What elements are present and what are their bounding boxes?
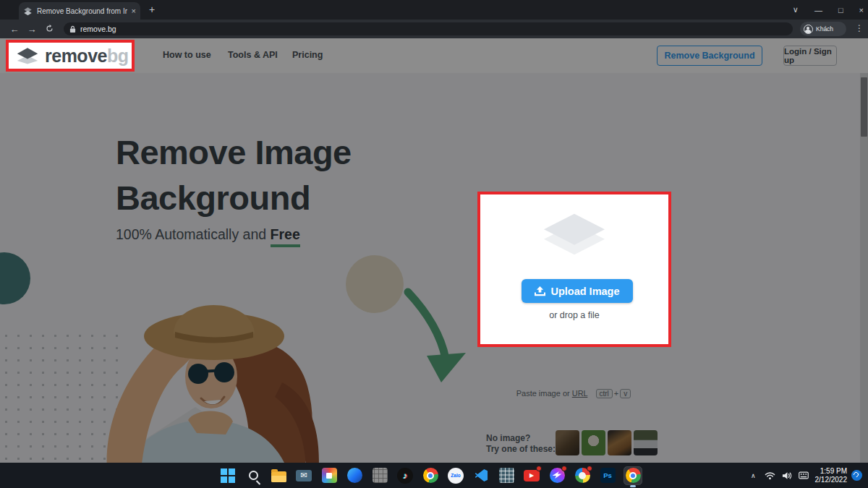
chrome-active-icon [626, 468, 641, 483]
vscode-button[interactable] [472, 467, 490, 484]
photoshop-button[interactable]: Ps [599, 467, 616, 484]
drop-file-hint: or drop a file [480, 310, 668, 320]
maximize-button[interactable]: □ [838, 6, 843, 14]
tiktok-button[interactable]: ♪ [396, 467, 414, 484]
gray-app-button[interactable] [371, 467, 388, 484]
file-explorer-button[interactable] [270, 467, 287, 484]
screen: Remove Background from Imag × + ∨ — □ × … [0, 0, 868, 488]
touch-keyboard-icon[interactable] [799, 471, 809, 479]
reload-button[interactable] [41, 24, 58, 35]
tiktok-icon: ♪ [397, 468, 413, 484]
messenger-button[interactable] [548, 467, 566, 484]
chrome-icon [423, 468, 438, 483]
profile-avatar-icon [804, 25, 813, 34]
start-button[interactable] [219, 467, 237, 484]
folder-icon [271, 471, 286, 482]
search-icon [249, 471, 258, 480]
browser-titlebar: Remove Background from Imag × + ∨ — □ × [0, 0, 868, 20]
browser-tab[interactable]: Remove Background from Imag × [19, 2, 140, 20]
chrome-button[interactable] [422, 467, 439, 484]
zalo-button[interactable]: Zalo [447, 467, 464, 484]
new-tab-button[interactable]: + [149, 4, 155, 15]
mail-icon: ✉ [296, 470, 312, 481]
tab-search-icon[interactable]: ∨ [793, 5, 799, 14]
spreadsheet-button[interactable] [498, 467, 515, 484]
upload-icon [535, 286, 545, 296]
tab-favicon-removebg-icon [23, 7, 33, 16]
tab-title: Remove Background from Imag [37, 7, 127, 15]
url-text: remove.bg [80, 25, 116, 33]
chrome-active-button[interactable] [624, 467, 642, 484]
upload-image-button[interactable]: Upload Image [522, 279, 633, 303]
dim-overlay [0, 38, 868, 463]
upload-card-highlight-box: Upload Image or drop a file [477, 192, 671, 347]
logo-highlight-box[interactable]: removebg [6, 40, 135, 72]
spreadsheet-icon [499, 468, 514, 483]
lock-icon [69, 25, 76, 33]
taskbar: ✉ ♪ Zalo ▶ Ps ∧ [0, 463, 868, 488]
address-bar[interactable]: remove.bg [64, 22, 793, 35]
webpage: How to use Tools & API Pricing Remove Ba… [0, 38, 868, 463]
profile-name: Khách [816, 25, 833, 33]
back-button[interactable]: ← [6, 24, 23, 35]
volume-icon[interactable] [782, 471, 792, 480]
minimize-button[interactable]: — [814, 6, 822, 14]
upload-button-label: Upload Image [550, 286, 619, 297]
tray-expand-icon[interactable]: ∧ [751, 472, 756, 479]
mail-button[interactable]: ✉ [295, 467, 312, 484]
youtube-notification-badge [536, 466, 542, 471]
close-button[interactable]: × [859, 6, 864, 14]
removebg-logo-icon [16, 47, 39, 64]
windows-start-icon [221, 468, 235, 483]
browser-profile-chip[interactable]: Khách [800, 22, 846, 36]
browser-toolbar: ← → remove.bg Khách ⋮ [0, 20, 868, 38]
gray-app-icon [373, 468, 388, 483]
logo-wordmark: removebg [45, 46, 129, 67]
reload-icon [46, 25, 54, 33]
taskbar-search-button[interactable] [244, 467, 262, 484]
photos-icon [322, 468, 337, 483]
wifi-icon[interactable] [765, 471, 775, 480]
messenger-notification-badge [561, 466, 567, 471]
forward-button[interactable]: → [23, 24, 41, 35]
clock-time: 1:59 PM [815, 467, 848, 476]
edge-icon [347, 468, 362, 483]
clock-date: 2/12/2022 [815, 476, 848, 484]
coccoc-notification-badge [587, 466, 592, 471]
youtube-button[interactable]: ▶ [523, 467, 540, 484]
tray-notification-icon[interactable] [851, 470, 862, 481]
tab-close-icon[interactable]: × [132, 7, 136, 15]
system-tray: ∧ 1:59 PM 2/12/2022 [751, 463, 868, 488]
vscode-icon [475, 468, 488, 482]
coccoc-button[interactable] [574, 467, 591, 484]
zalo-icon: Zalo [448, 468, 464, 484]
browser-menu-icon[interactable]: ⋮ [855, 23, 864, 33]
youtube-icon: ▶ [524, 470, 540, 481]
upload-layers-icon [542, 212, 606, 257]
photos-button[interactable] [320, 467, 338, 484]
photoshop-icon: Ps [600, 468, 616, 483]
taskbar-clock[interactable]: 1:59 PM 2/12/2022 [815, 467, 848, 484]
edge-button[interactable] [346, 467, 363, 484]
